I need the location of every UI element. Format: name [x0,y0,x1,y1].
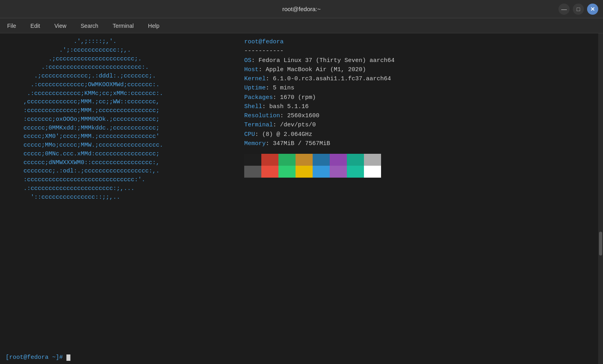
ascii-art-line: :cccccccccccccccccccccccccccccc:'. [6,176,228,184]
close-button[interactable]: ✕ [587,4,598,15]
sysinfo-field: Terminal: /dev/pts/0 [244,120,597,130]
ascii-art-line: ccccc;XM0';cccc;MMM.;cccccccccccccccc' [6,132,228,141]
menu-search[interactable]: Search [78,21,101,31]
ascii-art-line: .:cccccccccccccccccccccccccc:. [6,63,228,72]
palette-swatch [278,166,296,178]
ascii-art-line: .:ccccccccccccc;OWMKOOXMWd;ccccccc:. [6,81,228,89]
sysinfo-field: Packages: 1670 (rpm) [244,93,597,102]
palette-swatch [347,166,364,178]
ascii-art-line: .',;::::;,'. [6,37,228,46]
menu-terminal[interactable]: Terminal [110,21,136,31]
palette-swatch [296,166,313,178]
palette-swatch [347,154,364,166]
sysinfo-field: Uptime: 5 mins [244,83,597,93]
cursor [66,354,70,361]
palette-swatch [261,166,278,178]
prompt-area: [root@fedora ~]# [6,354,70,361]
palette-swatch [244,154,261,166]
ascii-art-line: .';:cccccccccccc:;,. [6,46,228,55]
palette-swatch [244,166,261,178]
ascii-art-line: cccccccc;.:odl:.;cccccccccccccccccc:,. [6,167,228,176]
ascii-art-line: .:ccccccccccccccccccccccc:;,... [6,184,228,193]
sysinfo-field: Kernel: 6.1.0-0.rc3.asahi1.1.fc37.aarch6… [244,74,597,83]
ascii-art-line: '::ccccccccccccccc::;;,.. [6,193,228,202]
titlebar-title: root@fedora:~ [282,6,321,12]
titlebar: root@fedora:~ — □ ✕ [0,0,603,18]
palette-swatch [364,166,381,178]
palette-swatch [330,154,347,166]
sysinfo-field: CPU: (8) @ 2.064GHz [244,130,597,139]
palette-swatch [364,154,381,166]
sysinfo-separator: ----------- [244,46,597,56]
ascii-art-line: :cccccccccccccc;MMM.;cccccccccccccccc; [6,106,228,115]
ascii-art-line: .;ccccccccccccc;.:dddl:.;ccccccc;. [6,72,228,81]
sysinfo-field: Host: Apple MacBook Air (M1, 2020) [244,65,597,74]
ascii-art-line: cccccc;0MMKxdd:;MMMkddc.;cccccccccccc; [6,124,228,133]
menu-view[interactable]: View [52,21,69,31]
menubar: File Edit View Search Terminal Help [0,18,603,33]
sysinfo-field: Shell: bash 5.1.16 [244,102,597,111]
palette-swatch [296,154,313,166]
ascii-art-line: ,cccccccccccccc;MMM.;cc;;WW::cccccccc, [6,98,228,106]
palette-swatch [261,154,278,166]
scrollbar-thumb[interactable] [599,232,602,256]
sysinfo-username: root@fedora [244,37,597,46]
menu-file[interactable]: File [5,21,19,31]
sysinfo-panel: root@fedora-----------OS: Fedora Linux 3… [236,37,597,360]
titlebar-controls: — □ ✕ [558,4,598,15]
scrollbar[interactable] [598,33,603,364]
palette-swatch [278,154,296,166]
menu-help[interactable]: Help [146,21,162,31]
sysinfo-field: Resolution: 2560x1600 [244,111,597,120]
minimize-button[interactable]: — [558,4,570,15]
palette-swatch [313,154,330,166]
ascii-art-line: .;cccccccccccccccccccccc;. [6,55,228,64]
terminal-content: .',;::::;,'. .';:cccccccccccc:;,. .;cccc… [0,33,603,364]
sysinfo-field: OS: Fedora Linux 37 (Thirty Seven) aarch… [244,56,597,65]
ascii-art-line: ccccc;0MNc.ccc.xMMd:ccccccccccccccccc; [6,150,228,159]
ascii-art-line: ccccc;MMo;ccccc;MMW.;ccccccccccccccccc. [6,141,228,150]
ascii-art-line: :ccccccc;oxOOOo;MMM0OOk.;cccccccccccc; [6,115,228,124]
prompt-text: [root@fedora ~]# [6,354,66,361]
ascii-art-line: cccccc;dNMWXXXWM0::ccccccccccccccccc:, [6,159,228,167]
menu-edit[interactable]: Edit [28,21,43,31]
ascii-art-line: .:ccccccccccccc;KMMc;cc;xMMc:ccccccc:. [6,89,228,98]
color-palette [244,154,597,178]
sysinfo-field: Memory: 347MiB / 7567MiB [244,139,597,148]
maximize-button[interactable]: □ [573,4,584,15]
ascii-art-panel: .',;::::;,'. .';:cccccccccccc:;,. .;cccc… [6,37,236,360]
palette-swatch [330,166,347,178]
palette-swatch [313,166,330,178]
